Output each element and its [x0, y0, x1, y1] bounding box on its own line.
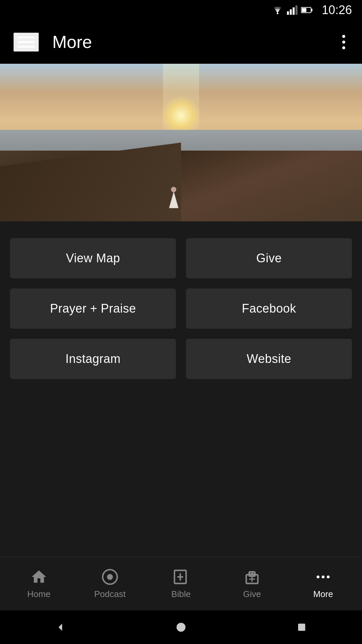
svg-rect-17	[250, 572, 252, 574]
nav-label-bible: Bible	[171, 589, 191, 599]
svg-rect-6	[311, 9, 312, 11]
podcast-icon	[101, 568, 119, 586]
give-button[interactable]: Give	[186, 238, 352, 278]
svg-marker-24	[59, 624, 62, 631]
wifi-icon	[272, 5, 284, 15]
svg-point-21	[317, 576, 320, 579]
give-icon	[243, 568, 261, 586]
nav-item-bible[interactable]: Bible	[145, 565, 217, 603]
svg-rect-7	[302, 8, 306, 12]
bible-icon	[172, 568, 190, 586]
nav-item-give[interactable]: Give	[217, 565, 288, 603]
content-area	[0, 389, 362, 557]
home-icon	[30, 568, 48, 586]
bottom-navigation: Home Podcast Bible Give	[0, 557, 362, 610]
system-navigation	[0, 610, 362, 644]
instagram-button[interactable]: Instagram	[10, 339, 176, 379]
battery-icon	[301, 6, 313, 14]
signal-icon	[287, 5, 298, 15]
view-map-button[interactable]: View Map	[10, 238, 176, 278]
svg-rect-26	[298, 624, 305, 631]
home-system-button[interactable]	[171, 617, 191, 637]
page-title: More	[52, 32, 92, 52]
svg-rect-1	[287, 11, 289, 15]
status-time: 10:26	[322, 3, 352, 17]
action-buttons-grid: View Map Give Prayer + Praise Facebook I…	[0, 221, 362, 389]
svg-point-22	[322, 576, 325, 579]
hamburger-menu-button[interactable]	[13, 33, 39, 52]
svg-point-23	[327, 576, 330, 579]
svg-rect-2	[290, 9, 292, 15]
nav-label-podcast: Podcast	[94, 589, 126, 599]
svg-rect-3	[293, 7, 295, 15]
overflow-menu-button[interactable]	[339, 32, 349, 53]
facebook-button[interactable]: Facebook	[186, 288, 352, 329]
svg-point-25	[177, 623, 186, 632]
nav-item-more[interactable]: More	[288, 565, 359, 603]
hero-image	[0, 64, 362, 221]
back-button[interactable]	[50, 617, 70, 637]
prayer-praise-button[interactable]: Prayer + Praise	[10, 288, 176, 329]
svg-rect-4	[295, 5, 297, 15]
svg-rect-18	[253, 572, 255, 574]
nav-label-home: Home	[27, 589, 50, 599]
website-button[interactable]: Website	[186, 339, 352, 379]
svg-point-0	[277, 13, 278, 14]
nav-item-home[interactable]: Home	[3, 565, 74, 603]
more-dots-icon	[314, 568, 332, 586]
nav-label-more: More	[313, 589, 333, 599]
nav-label-give: Give	[243, 589, 261, 599]
nav-item-podcast[interactable]: Podcast	[74, 565, 145, 603]
status-bar: 10:26	[0, 0, 362, 20]
header: More	[0, 20, 362, 64]
status-icons	[272, 5, 313, 15]
recent-apps-button[interactable]	[292, 617, 312, 637]
